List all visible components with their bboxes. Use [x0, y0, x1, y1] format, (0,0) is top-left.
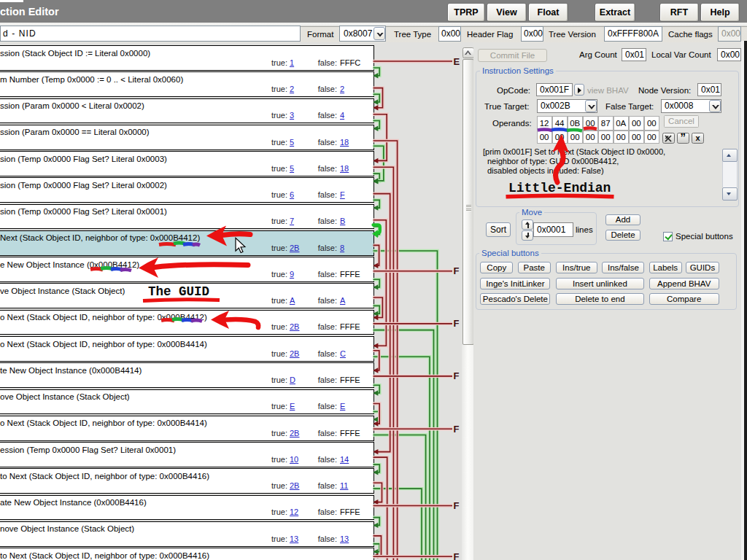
svg-text:F: F [454, 500, 460, 511]
svg-text:F: F [454, 424, 460, 435]
svg-text:E: E [454, 56, 460, 67]
svg-text:F: F [454, 551, 460, 560]
svg-text:F: F [454, 370, 460, 381]
svg-text:The GUID: The GUID [148, 284, 209, 299]
svg-text:F: F [454, 265, 460, 276]
svg-text:F: F [454, 318, 460, 329]
svg-text:Little-Endian: Little-Endian [508, 181, 611, 195]
